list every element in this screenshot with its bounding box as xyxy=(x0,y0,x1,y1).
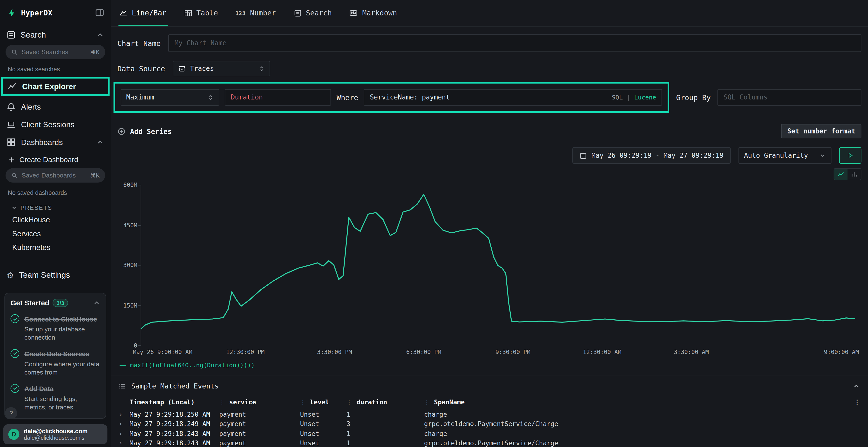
aggregation-value: Maximum xyxy=(126,94,154,101)
grid-icon xyxy=(7,138,16,147)
event-row[interactable]: May 27 9:29:18.243 AM payment Unset 1 gr… xyxy=(118,438,860,447)
tab-label: Number xyxy=(250,9,276,17)
sidebar-item-team-settings[interactable]: ⚙ Team Settings xyxy=(0,265,111,284)
event-row[interactable]: May 27 9:29:18.249 AM payment Unset 3 gr… xyxy=(118,419,860,429)
chevron-up-icon[interactable] xyxy=(96,31,104,39)
sql-mode-button[interactable]: SQL xyxy=(612,94,623,101)
event-row[interactable]: May 27 9:29:18.243 AM payment Unset 1 ch… xyxy=(118,429,860,438)
chart-legend[interactable]: maxIf(toFloat640..ng(Duration))))) xyxy=(120,362,868,369)
sidebar-collapse-icon[interactable] xyxy=(95,8,104,17)
where-input[interactable]: ServiceName: payment SQL | Lucene xyxy=(364,89,662,106)
sidebar-section-search[interactable]: Search xyxy=(0,24,111,44)
calendar-icon xyxy=(579,152,587,159)
presets-toggle[interactable]: PRESETS xyxy=(0,198,111,213)
collapse-panel-icon[interactable] xyxy=(852,382,860,390)
chart-name-row: Chart Name xyxy=(111,34,868,52)
sidebar-item-client-sessions[interactable]: Client Sessions xyxy=(0,115,111,133)
chart-name-input[interactable] xyxy=(168,34,862,52)
y-axis-label: 300M xyxy=(123,262,137,268)
chart-plot[interactable]: 0150M300M450M600MMay 26 9:00:00 AM12:30:… xyxy=(141,185,855,345)
list-icon xyxy=(118,382,126,390)
line-view-button[interactable] xyxy=(834,169,847,180)
field-value: Duration xyxy=(231,94,263,101)
line-chart-icon xyxy=(120,9,127,17)
y-axis-label: 150M xyxy=(123,302,137,309)
col-spanname: SpanName xyxy=(424,398,850,406)
query-language-switch: SQL | Lucene xyxy=(612,94,656,101)
sidebar-item-dashboards[interactable]: Dashboards xyxy=(0,133,111,151)
get-started-item-add-data[interactable]: Add Data Start sending logs, metrics, or… xyxy=(10,383,100,411)
saved-searches-input[interactable]: Saved Searches ⌘K xyxy=(5,45,105,59)
get-started-item-title: Connect to ClickHouse xyxy=(24,315,97,323)
events-panel-header[interactable]: Sample Matched Events xyxy=(118,382,860,390)
get-started-item-sources[interactable]: Create Data Sources Configure where your… xyxy=(10,348,100,377)
event-duration: 1 xyxy=(346,410,424,418)
avatar: D xyxy=(8,429,19,440)
get-started-header[interactable]: Get Started 3/3 xyxy=(10,299,100,307)
x-axis-label: 9:00:00 AM xyxy=(824,348,859,355)
add-series-button[interactable]: Add Series xyxy=(117,127,172,135)
col-service: service xyxy=(219,398,300,406)
help-button[interactable]: ? xyxy=(5,407,18,419)
sidebar-item-alerts[interactable]: Alerts xyxy=(0,98,111,116)
y-axis-label: 600M xyxy=(123,181,137,188)
sidebar: HyperDX Search Saved Searches ⌘K No save… xyxy=(0,0,111,447)
tab-label: Line/Bar xyxy=(132,9,166,17)
chart: 0150M300M450M600MMay 26 9:00:00 AM12:30:… xyxy=(118,182,860,358)
no-saved-dashboards-note: No saved dashboards xyxy=(8,189,103,196)
sample-matched-events-panel: Sample Matched Events Timestamp (Local) … xyxy=(111,376,868,447)
x-axis-label: 6:30:00 PM xyxy=(406,348,441,355)
row-expand-icon[interactable] xyxy=(118,439,129,447)
event-timestamp: May 27 9:29:18.250 AM xyxy=(129,410,219,418)
series-line xyxy=(141,194,855,329)
data-source-select[interactable]: Traces xyxy=(173,61,270,76)
tab-number[interactable]: 123 Number xyxy=(235,0,277,26)
chart-controls-row: May 26 09:29:19 - May 27 09:29:19 Auto G… xyxy=(111,147,868,164)
tab-table[interactable]: Table xyxy=(183,0,219,26)
lucene-mode-button[interactable]: Lucene xyxy=(634,94,656,101)
check-circle-icon xyxy=(10,349,20,358)
event-row[interactable]: May 27 9:29:18.250 AM payment Unset 1 ch… xyxy=(118,409,860,419)
create-dashboard-button[interactable]: Create Dashboard xyxy=(0,151,111,167)
sidebar-item-label: Chart Explorer xyxy=(22,82,76,91)
presets-label: PRESETS xyxy=(21,204,52,211)
table-icon xyxy=(184,9,192,17)
event-spanname: grpc.oteldemo.PaymentService/Charge xyxy=(424,420,850,428)
run-query-button[interactable] xyxy=(839,147,862,164)
date-range-picker[interactable]: May 26 09:29:19 - May 27 09:29:19 xyxy=(572,147,731,164)
series-annotation-box: Maximum Duration Where ServiceName: paym… xyxy=(114,82,670,113)
chevron-up-icon[interactable] xyxy=(93,299,100,307)
x-axis-label: 12:30:00 AM xyxy=(583,348,621,355)
mode-divider: | xyxy=(627,94,630,101)
preset-clickhouse[interactable]: ClickHouse xyxy=(0,213,111,227)
markdown-icon xyxy=(350,9,358,17)
event-timestamp: May 27 9:29:18.249 AM xyxy=(129,420,219,428)
aggregation-select[interactable]: Maximum xyxy=(121,89,219,106)
field-input[interactable]: Duration xyxy=(225,89,331,106)
saved-dashboards-input[interactable]: Saved Dashboards ⌘K xyxy=(5,168,105,182)
set-number-format-button[interactable]: Set number format xyxy=(781,124,862,138)
sidebar-item-chart-explorer[interactable]: Chart Explorer xyxy=(1,77,110,96)
group-by-input[interactable] xyxy=(717,89,862,106)
tab-markdown[interactable]: Markdown xyxy=(348,0,398,26)
preset-services[interactable]: Services xyxy=(0,227,111,241)
event-service: payment xyxy=(219,429,300,437)
tab-line-bar[interactable]: Line/Bar xyxy=(118,0,167,26)
granularity-select[interactable]: Auto Granularity xyxy=(739,147,832,164)
line-chart-icon xyxy=(8,82,17,91)
row-expand-icon[interactable] xyxy=(118,410,129,418)
user-menu[interactable]: D dale@clickhouse.com dale@clickhouse.co… xyxy=(3,424,107,444)
bar-view-button[interactable] xyxy=(847,169,861,180)
row-expand-icon[interactable] xyxy=(118,429,129,437)
get-started-item-connect[interactable]: Connect to ClickHouse Set up your databa… xyxy=(10,314,100,342)
tab-label: Table xyxy=(196,9,218,17)
event-spanname: charge xyxy=(424,410,850,418)
chevron-up-icon[interactable] xyxy=(96,138,104,146)
preset-kubernetes[interactable]: Kubernetes xyxy=(0,241,111,254)
chart-svg xyxy=(141,185,855,345)
shortcut-badge: ⌘K xyxy=(90,49,100,56)
table-menu-icon[interactable] xyxy=(850,398,860,406)
row-expand-icon[interactable] xyxy=(118,420,129,428)
tab-search[interactable]: Search xyxy=(292,0,333,26)
chart-name-label: Chart Name xyxy=(117,39,161,47)
